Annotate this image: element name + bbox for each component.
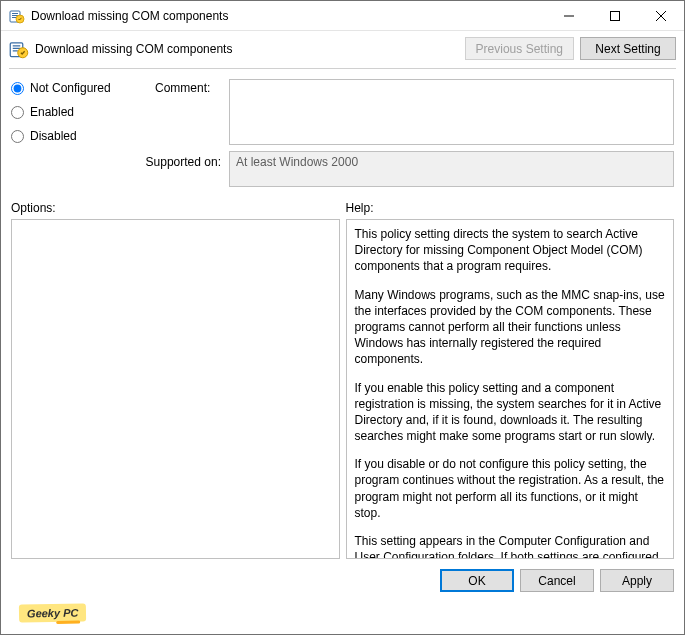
minimize-button[interactable] <box>546 1 592 31</box>
help-paragraph: This setting appears in the Computer Con… <box>355 533 666 559</box>
radio-enabled-input[interactable] <box>11 106 24 119</box>
supported-on-value: At least Windows 2000 <box>229 151 674 187</box>
next-setting-button[interactable]: Next Setting <box>580 37 676 60</box>
radio-enabled[interactable]: Enabled <box>11 105 151 119</box>
svg-rect-3 <box>12 17 16 18</box>
comment-textarea[interactable] <box>229 79 674 145</box>
ok-button[interactable]: OK <box>440 569 514 592</box>
svg-rect-1 <box>12 13 18 14</box>
help-paragraph: If you enable this policy setting and a … <box>355 380 666 445</box>
help-paragraph: This policy setting directs the system t… <box>355 226 666 275</box>
maximize-button[interactable] <box>592 1 638 31</box>
panes-header-row: Options: Help: <box>1 191 684 219</box>
comment-label: Comment: <box>155 79 225 95</box>
radio-not-configured[interactable]: Not Configured <box>11 81 151 95</box>
help-pane[interactable]: This policy setting directs the system t… <box>346 219 675 559</box>
help-label: Help: <box>346 201 675 215</box>
svg-rect-6 <box>611 11 620 20</box>
help-paragraph: If you disable or do not configure this … <box>355 456 666 521</box>
header-row: Download missing COM components Previous… <box>1 31 684 66</box>
policy-icon <box>9 8 25 24</box>
svg-rect-10 <box>13 45 21 46</box>
radio-enabled-label: Enabled <box>30 105 74 119</box>
state-radio-group: Not Configured Enabled Disabled <box>11 79 151 143</box>
policy-large-icon <box>9 39 29 59</box>
supported-on-label: Supported on: <box>11 151 225 169</box>
footer: OK Cancel Apply <box>1 559 684 602</box>
window-title: Download missing COM components <box>31 9 546 23</box>
panes-row: This policy setting directs the system t… <box>1 219 684 559</box>
help-paragraph: Many Windows programs, such as the MMC s… <box>355 287 666 368</box>
divider <box>9 68 676 69</box>
apply-button[interactable]: Apply <box>600 569 674 592</box>
gpedit-policy-dialog: Download missing COM components Download… <box>0 0 685 635</box>
config-area: Not Configured Enabled Disabled Comment:… <box>1 75 684 191</box>
radio-disabled-label: Disabled <box>30 129 77 143</box>
radio-not-configured-label: Not Configured <box>30 81 111 95</box>
cancel-button[interactable]: Cancel <box>520 569 594 592</box>
radio-disabled-input[interactable] <box>11 130 24 143</box>
svg-rect-12 <box>13 50 18 51</box>
titlebar: Download missing COM components <box>1 1 684 31</box>
options-label: Options: <box>11 201 340 215</box>
radio-disabled[interactable]: Disabled <box>11 129 151 143</box>
options-pane <box>11 219 340 559</box>
previous-setting-button[interactable]: Previous Setting <box>465 37 574 60</box>
setting-title: Download missing COM components <box>35 42 459 56</box>
watermark: Geeky PC <box>19 603 87 622</box>
close-button[interactable] <box>638 1 684 31</box>
radio-not-configured-input[interactable] <box>11 82 24 95</box>
